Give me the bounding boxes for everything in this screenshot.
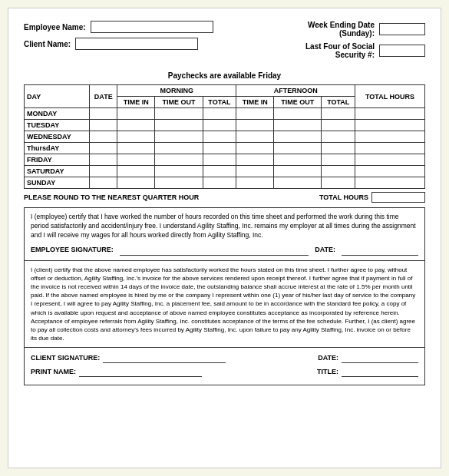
row-tuesday: TUESDAY (25, 120, 425, 131)
client-date-line[interactable] (342, 352, 418, 363)
morning-out-saturday[interactable] (155, 166, 203, 177)
date-thursday[interactable] (90, 143, 117, 154)
week-ending-input[interactable] (379, 23, 425, 35)
afternoon-total-tuesday[interactable] (322, 120, 355, 131)
employee-name-input[interactable] (91, 21, 213, 33)
morning-total-saturday[interactable] (203, 166, 236, 177)
afternoon-header: AFTERNOON (236, 85, 355, 97)
afternoon-in-monday[interactable] (236, 108, 274, 120)
morning-out-wednesday[interactable] (155, 131, 203, 143)
morning-total-monday[interactable] (203, 108, 236, 120)
morning-total-wednesday[interactable] (203, 131, 236, 143)
afternoon-total-thursday[interactable] (322, 143, 355, 154)
day-tuesday: TUESDAY (25, 120, 90, 131)
afternoon-out-tuesday[interactable] (274, 120, 322, 131)
row-monday: MONDAY (25, 108, 425, 120)
day-wednesday: WEDNESDAY (25, 131, 90, 143)
afternoon-in-tuesday[interactable] (236, 120, 274, 131)
morning-total-friday[interactable] (203, 154, 236, 166)
morning-in-monday[interactable] (117, 108, 155, 120)
day-sunday: SUNDAY (25, 177, 90, 189)
morning-header: MORNING (117, 85, 236, 97)
employee-sig-label: EMPLOYEE SIGNATURE: (31, 245, 114, 255)
morning-out-thursday[interactable] (155, 143, 203, 154)
timesheet-page: Employee Name: Client Name: Week Ending … (8, 8, 441, 468)
title-line[interactable] (342, 366, 418, 377)
employee-date-line[interactable] (342, 245, 418, 256)
morning-in-tuesday[interactable] (117, 120, 155, 131)
date-tuesday[interactable] (90, 120, 117, 131)
morning-out-friday[interactable] (155, 154, 203, 166)
col-morning-timeout: TIME OUT (155, 97, 203, 108)
client-date-field: DATE: (318, 352, 418, 363)
morning-out-monday[interactable] (155, 108, 203, 120)
afternoon-total-wednesday[interactable] (322, 131, 355, 143)
afternoon-in-saturday[interactable] (236, 166, 274, 177)
client-sig-field: CLIENT SIGNATURE: (31, 352, 226, 363)
morning-total-thursday[interactable] (203, 143, 236, 154)
row-thursday: ThursdAY (25, 143, 425, 154)
afternoon-in-wednesday[interactable] (236, 131, 274, 143)
afternoon-out-saturday[interactable] (274, 166, 322, 177)
total-hours-wednesday[interactable] (355, 131, 425, 143)
client-sig-line[interactable] (103, 352, 226, 363)
employee-sig-line[interactable] (120, 245, 309, 256)
total-hours-saturday[interactable] (355, 166, 425, 177)
total-hours-sunday[interactable] (355, 177, 425, 189)
afternoon-out-thursday[interactable] (274, 143, 322, 154)
morning-in-saturday[interactable] (117, 166, 155, 177)
afternoon-in-friday[interactable] (236, 154, 274, 166)
social-label: Last Four of Social Security #: (305, 42, 375, 59)
morning-total-sunday[interactable] (203, 177, 236, 189)
morning-in-wednesday[interactable] (117, 131, 155, 143)
total-hours-box[interactable] (371, 192, 425, 203)
row-saturday: SATURDAY (25, 166, 425, 177)
afternoon-out-monday[interactable] (274, 108, 322, 120)
morning-in-friday[interactable] (117, 154, 155, 166)
col-date: DATE (90, 85, 117, 108)
client-sig-row: CLIENT SIGNATURE: DATE: (31, 352, 418, 363)
week-ending-row: Week Ending Date (Sunday): (308, 21, 425, 38)
date-monday[interactable] (90, 108, 117, 120)
day-friday: FRIDAY (25, 154, 90, 166)
morning-out-tuesday[interactable] (155, 120, 203, 131)
date-saturday[interactable] (90, 166, 117, 177)
employee-name-label: Employee Name: (24, 23, 86, 31)
employee-sig-row: EMPLOYEE SIGNATURE: DATE: (31, 245, 418, 256)
quarter-hour-notice: PLEASE ROUND TO THE NEAREST QUARTER HOUR (24, 193, 199, 201)
print-name-row: PRINT NAME: TITLE: (31, 366, 418, 377)
print-name-line[interactable] (79, 366, 202, 377)
employee-date-label: DATE: (315, 245, 335, 255)
date-friday[interactable] (90, 154, 117, 166)
afternoon-out-friday[interactable] (274, 154, 322, 166)
row-wednesday: WEDNESDAY (25, 131, 425, 143)
total-hours-friday[interactable] (355, 154, 425, 166)
client-name-input[interactable] (75, 38, 198, 50)
col-afternoon-timein: TIME IN (236, 97, 274, 108)
col-afternoon-total: TOTAL (322, 97, 355, 108)
afternoon-in-thursday[interactable] (236, 143, 274, 154)
afternoon-in-sunday[interactable] (236, 177, 274, 189)
social-input[interactable] (379, 45, 425, 57)
total-hours-tuesday[interactable] (355, 120, 425, 131)
morning-in-thursday[interactable] (117, 143, 155, 154)
print-name-label: PRINT NAME: (31, 368, 76, 375)
morning-out-sunday[interactable] (155, 177, 203, 189)
afternoon-total-sunday[interactable] (322, 177, 355, 189)
afternoon-total-friday[interactable] (322, 154, 355, 166)
day-saturday: SATURDAY (25, 166, 90, 177)
afternoon-out-wednesday[interactable] (274, 131, 322, 143)
date-wednesday[interactable] (90, 131, 117, 143)
morning-total-tuesday[interactable] (203, 120, 236, 131)
morning-in-sunday[interactable] (117, 177, 155, 189)
header-section: Employee Name: Client Name: Week Ending … (24, 21, 425, 64)
afternoon-out-sunday[interactable] (274, 177, 322, 189)
afternoon-total-saturday[interactable] (322, 166, 355, 177)
total-hours-label: TOTAL HOURS (319, 193, 368, 201)
afternoon-total-monday[interactable] (322, 108, 355, 120)
right-fields: Week Ending Date (Sunday): Last Four of … (305, 21, 425, 64)
client-name-row: Client Name: (24, 38, 213, 50)
total-hours-monday[interactable] (355, 108, 425, 120)
date-sunday[interactable] (90, 177, 117, 189)
total-hours-thursday[interactable] (355, 143, 425, 154)
